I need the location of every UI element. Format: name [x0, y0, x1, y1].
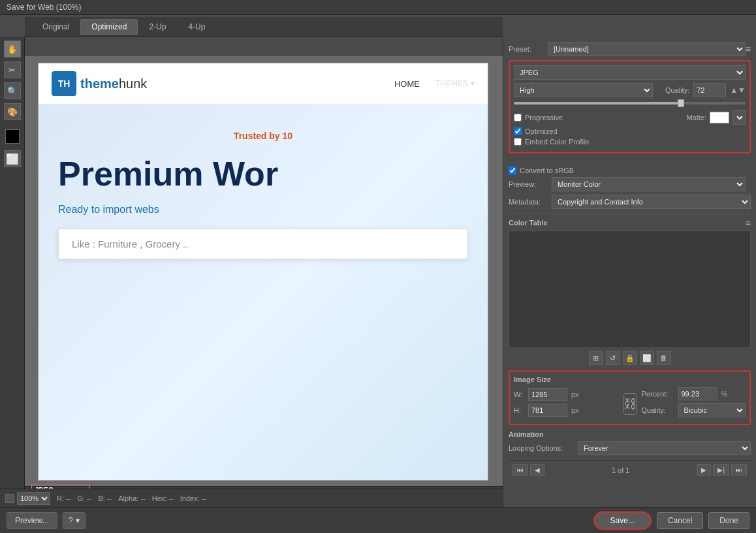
matte-label: Matte: — [667, 114, 706, 121]
quality-row: Quality: Bicubic — [642, 403, 746, 417]
trusted-text: Trusted by 10 — [52, 131, 475, 141]
tab-original[interactable]: Original — [31, 19, 80, 35]
convert-srgb-row: Convert to sRGB — [509, 167, 751, 174]
image-size-box: Image Size W: px H: px ⛓ — [509, 370, 751, 425]
progressive-checkbox[interactable] — [514, 114, 522, 121]
tab-bar: Original Optimized 2-Up 4-Up — [25, 17, 503, 37]
percent-row: Percent: % — [642, 387, 746, 400]
img-quality-label: Quality: — [642, 406, 674, 414]
percent-input[interactable] — [678, 387, 717, 400]
matte-color-box[interactable] — [710, 112, 729, 123]
format-row: JPEG — [514, 65, 746, 80]
preview-button[interactable]: Preview... — [7, 512, 57, 529]
b-value: B: -- — [98, 494, 112, 502]
help-icon: ? — [69, 516, 73, 525]
animation-section: Animation Looping Options: Forever — [509, 430, 751, 455]
height-input[interactable] — [528, 404, 567, 417]
quality-slider-fill — [514, 102, 681, 105]
preset-select[interactable]: [Unnamed] — [548, 42, 746, 56]
first-frame-btn[interactable]: ⏮ — [512, 464, 528, 476]
chain-icon[interactable]: ⛓ — [623, 393, 637, 415]
nav-themes[interactable]: THEMES ▾ — [435, 79, 475, 88]
ct-delete-btn[interactable]: 🗑 — [657, 351, 671, 365]
embed-color-label: Embed Color Profile — [525, 138, 589, 146]
width-px: px — [571, 391, 579, 398]
site-nav: TH themehunk HOME THEMES ▾ — [39, 63, 488, 105]
canvas-area: TH themehunk HOME THEMES ▾ Trusted by 10 — [25, 56, 503, 507]
cancel-button[interactable]: Cancel — [657, 512, 703, 529]
color-swatch-black[interactable] — [5, 129, 20, 144]
preview-select[interactable]: Monitor Color — [552, 177, 746, 191]
settings-box: JPEG High Quality: ▲▼ — [509, 60, 751, 153]
slice-tool[interactable]: ⬜ — [4, 150, 21, 167]
color-table-menu-icon[interactable]: ≡ — [746, 218, 751, 228]
divider-1 — [509, 213, 751, 214]
nav-home[interactable]: HOME — [394, 79, 420, 89]
zoom-checkbox[interactable] — [5, 494, 14, 503]
save-button[interactable]: Save... — [593, 511, 652, 530]
title-text: Save for Web (100%) — [7, 3, 82, 12]
ct-refresh-btn[interactable]: ↺ — [606, 351, 620, 365]
right-panel: Preset: [Unnamed] ≡ JPEG High Quality: — [503, 37, 756, 507]
last-frame-btn[interactable]: ⏭ — [731, 464, 747, 476]
title-bar: Save for Web (100%) — [0, 0, 756, 15]
done-button[interactable]: Done — [708, 512, 749, 529]
quality-slider-thumb[interactable] — [678, 99, 684, 107]
color-table-area — [509, 231, 751, 348]
tab-4up[interactable]: 4-Up — [177, 19, 216, 35]
site-logo: TH themehunk — [52, 71, 147, 96]
percent-label: Percent: — [642, 390, 674, 398]
quality-value-input[interactable] — [693, 83, 726, 97]
help-dropdown-icon: ▾ — [76, 516, 80, 525]
quality-slider[interactable] — [514, 102, 746, 105]
height-px: px — [571, 406, 579, 414]
action-bar: Preview... ? ▾ Save... Cancel Done — [0, 507, 756, 533]
ct-map-btn[interactable]: ⊞ — [589, 351, 603, 365]
convert-srgb-checkbox[interactable] — [509, 167, 516, 174]
action-right: Save... Cancel Done — [593, 511, 749, 530]
height-label: H: — [514, 406, 524, 414]
next-frame-btn[interactable]: ▶| — [713, 464, 729, 476]
optimized-row: Optimized — [514, 127, 746, 135]
color-table-toolbar: ⊞ ↺ 🔒 ⬜ 🗑 — [509, 351, 751, 365]
zoom-select[interactable]: 100% — [17, 492, 50, 505]
quality-preset-select[interactable]: High — [514, 83, 653, 97]
looping-select[interactable]: Forever — [578, 441, 751, 455]
ct-lock-btn[interactable]: 🔒 — [623, 351, 637, 365]
matte-select[interactable]: ▾ — [732, 110, 746, 125]
hand-tool[interactable]: ✋ — [4, 40, 21, 57]
metadata-select[interactable]: Copyright and Contact Info — [552, 195, 751, 209]
optimized-label: Optimized — [525, 127, 558, 135]
nav-buttons-right: ▶ ▶| ⏭ — [697, 464, 747, 476]
play-btn[interactable]: ▶ — [697, 464, 711, 476]
format-select[interactable]: JPEG — [514, 65, 746, 80]
prev-frame-btn[interactable]: ◀ — [530, 464, 544, 476]
slice-select-tool[interactable]: ✂ — [4, 61, 21, 78]
optimized-checkbox[interactable] — [514, 127, 522, 135]
width-input[interactable] — [528, 388, 567, 401]
color-table-title: Color Table — [509, 219, 548, 227]
height-row: H: px — [514, 404, 618, 417]
tab-2up[interactable]: 2-Up — [138, 19, 177, 35]
metadata-row: Metadata: Copyright and Contact Info — [509, 195, 751, 209]
page-info: 1 of 1 — [612, 466, 630, 474]
search-bar[interactable]: Like : Furniture , Grocery .. — [58, 229, 468, 259]
help-button[interactable]: ? ▾ — [63, 512, 86, 529]
logo-icon: TH — [52, 71, 76, 96]
hero-title: Premium Wor — [52, 154, 475, 193]
zoom-tool[interactable]: 🔍 — [4, 82, 21, 99]
slider-row — [514, 101, 746, 107]
tab-optimized[interactable]: Optimized — [80, 19, 138, 35]
action-left: Preview... ? ▾ — [7, 512, 86, 529]
preset-menu-icon[interactable]: ≡ — [746, 44, 751, 54]
g-value: G: -- — [77, 494, 91, 502]
embed-color-checkbox[interactable] — [514, 138, 522, 146]
looping-label: Looping Options: — [509, 444, 574, 452]
img-quality-select[interactable]: Bicubic — [678, 403, 746, 417]
site-menu: HOME THEMES ▾ — [394, 79, 475, 89]
eyedropper-tool[interactable]: 🎨 — [4, 103, 21, 120]
ct-add-btn[interactable]: ⬜ — [640, 351, 654, 365]
quality-main-row: High Quality: ▲▼ — [514, 83, 746, 97]
convert-srgb-label: Convert to sRGB — [520, 167, 574, 174]
embed-color-row: Embed Color Profile — [514, 138, 746, 146]
